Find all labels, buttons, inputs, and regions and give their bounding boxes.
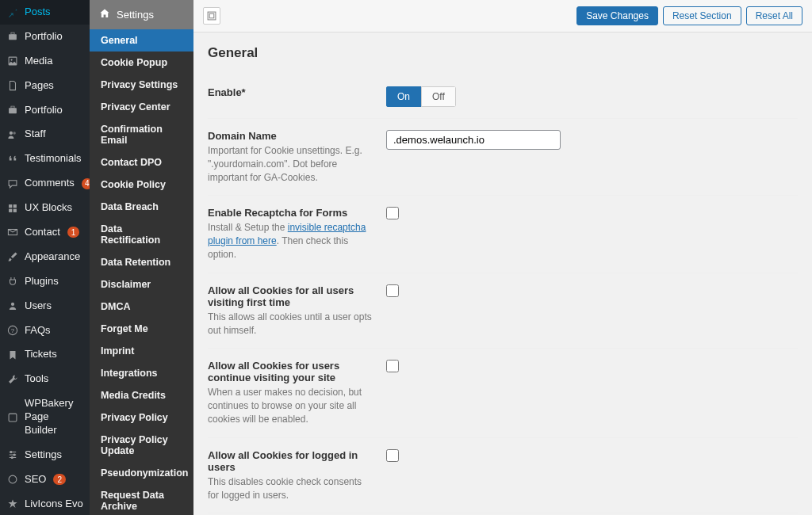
sidebar-item-label: Plugins xyxy=(25,275,59,288)
settings-item-contact-dpo[interactable]: Contact DPO xyxy=(90,151,193,174)
briefcase-icon xyxy=(6,30,19,43)
domain-input[interactable] xyxy=(386,130,561,150)
svg-rect-0 xyxy=(9,35,17,40)
field-desc: Important for Cookie unsettings. E.g. ".… xyxy=(208,145,362,183)
toggle-off[interactable]: Off xyxy=(421,86,456,107)
settings-item-privacy-settings[interactable]: Privacy Settings xyxy=(90,74,193,96)
star-icon xyxy=(6,498,19,510)
field-title: Allow all Cookies for all users visiting… xyxy=(208,284,373,308)
recaptcha-checkbox[interactable] xyxy=(386,207,399,219)
sidebar-item-label: Staff xyxy=(25,128,46,141)
svg-rect-1 xyxy=(11,32,14,34)
briefcase-icon xyxy=(6,104,19,116)
media-icon xyxy=(6,55,19,67)
home-icon xyxy=(99,8,110,21)
sidebar-item-plugins[interactable]: Plugins xyxy=(0,269,90,294)
sidebar-item-tickets[interactable]: Tickets xyxy=(0,342,90,367)
settings-item-dmca[interactable]: DMCA xyxy=(90,296,193,318)
sidebar-item-tools[interactable]: Tools xyxy=(0,367,90,391)
enable-toggle[interactable]: On Off xyxy=(386,86,456,107)
svg-point-6 xyxy=(10,132,13,135)
settings-item-disclaimer[interactable]: Disclaimer xyxy=(90,273,193,296)
sidebar-item-media[interactable]: Media xyxy=(0,49,90,74)
page-title: General xyxy=(208,45,798,61)
sidebar-item-label: Comments xyxy=(25,177,75,190)
svg-point-19 xyxy=(11,457,13,459)
field-desc: Install & Setup the invisible recaptcha … xyxy=(208,222,366,260)
sidebar-item-label: Testimonials xyxy=(25,152,82,166)
settings-item-confirmation-email[interactable]: Confirmation Email xyxy=(90,118,193,151)
field-title: Enable* xyxy=(208,86,373,98)
sidebar-item-label: Tools xyxy=(25,372,48,386)
pin-icon xyxy=(6,6,19,18)
reset-all-button[interactable]: Reset All xyxy=(746,6,802,25)
sidebar-item-posts[interactable]: Posts xyxy=(0,0,90,25)
settings-item-integrations[interactable]: Integrations xyxy=(90,362,193,384)
settings-item-media-credits[interactable]: Media Credits xyxy=(90,384,193,406)
seo-icon xyxy=(6,473,19,486)
sidebar-item-faqs[interactable]: ?FAQs xyxy=(0,319,90,343)
field-desc: This allows all cookies until a user opt… xyxy=(208,311,372,336)
sidebar-item-contact[interactable]: Contact1 xyxy=(0,220,90,245)
sidebar-item-ux-blocks[interactable]: UX Blocks xyxy=(0,196,90,220)
settings-item-request-data-archive[interactable]: Request Data Archive xyxy=(90,484,193,515)
allow-logged-checkbox[interactable] xyxy=(386,449,399,462)
svg-rect-24 xyxy=(209,13,214,18)
sidebar-item-portfolio[interactable]: Portfolio xyxy=(0,25,90,49)
field-allow-continue: Allow all Cookies for users continue vis… xyxy=(208,349,798,437)
svg-point-13 xyxy=(11,303,14,306)
svg-point-7 xyxy=(13,132,16,135)
svg-text:?: ? xyxy=(11,327,14,334)
reset-section-button[interactable]: Reset Section xyxy=(663,6,741,25)
settings-item-privacy-center[interactable]: Privacy Center xyxy=(90,96,193,118)
sidebar-item-staff[interactable]: Staff xyxy=(0,122,90,147)
settings-item-forget-me[interactable]: Forget Me xyxy=(90,318,193,340)
settings-item-cookie-popup[interactable]: Cookie Popup xyxy=(90,52,193,74)
plug-icon xyxy=(6,275,19,288)
sidebar-item-portfolio[interactable]: Portfolio xyxy=(0,98,90,123)
sidebar-item-label: Media xyxy=(25,55,52,68)
field-domain: Domain Name Important for Cookie unsetti… xyxy=(208,119,798,196)
sidebar-item-settings[interactable]: Settings xyxy=(0,443,90,467)
allow-first-checkbox[interactable] xyxy=(386,284,399,297)
settings-item-pseudonymization[interactable]: Pseudonymization xyxy=(90,462,193,484)
user-icon xyxy=(6,299,19,312)
topbar: Save Changes Reset Section Reset All xyxy=(193,0,812,32)
settings-item-general[interactable]: General xyxy=(90,29,193,52)
expand-button[interactable] xyxy=(203,7,220,25)
sidebar-item-pages[interactable]: Pages xyxy=(0,74,90,98)
sidebar-item-label: Settings xyxy=(25,448,62,462)
mail-icon xyxy=(6,226,19,238)
sidebar-item-label: Users xyxy=(25,299,52,313)
settings-item-data-breach[interactable]: Data Breach xyxy=(90,196,193,218)
field-title: Allow all Cookies for logged in users xyxy=(208,449,373,473)
sidebar-item-label: Tickets xyxy=(25,348,57,361)
sidebar-item-label: Contact xyxy=(25,226,60,239)
sidebar-item-comments[interactable]: Comments4 xyxy=(0,171,90,196)
save-changes-button[interactable]: Save Changes xyxy=(576,6,658,25)
field-allow-first: Allow all Cookies for all users visiting… xyxy=(208,273,798,349)
sidebar-item-users[interactable]: Users xyxy=(0,294,90,319)
field-recaptcha: Enable Recaptcha for Forms Install & Set… xyxy=(208,196,798,273)
sidebar-item-wpbakery-page-builder[interactable]: WPBakery Page Builder xyxy=(0,391,90,443)
svg-rect-4 xyxy=(9,108,17,113)
settings-item-privacy-policy[interactable]: Privacy Policy xyxy=(90,406,193,429)
svg-rect-5 xyxy=(11,106,14,108)
svg-rect-9 xyxy=(13,204,17,208)
sidebar-item-seo[interactable]: SEO2 xyxy=(0,467,90,492)
sidebar-item-appearance[interactable]: Appearance xyxy=(0,245,90,269)
svg-point-20 xyxy=(9,475,17,483)
allow-continue-checkbox[interactable] xyxy=(386,360,399,372)
settings-sidebar: Settings GeneralCookie PopupPrivacy Sett… xyxy=(90,0,193,515)
settings-item-imprint[interactable]: Imprint xyxy=(90,340,193,362)
settings-item-data-retention[interactable]: Data Retention xyxy=(90,251,193,273)
sidebar-item-livicons-evo[interactable]: LivIcons Evo xyxy=(0,492,90,515)
settings-item-data-rectification[interactable]: Data Rectification xyxy=(90,218,193,251)
sidebar-item-testimonials[interactable]: Testimonials xyxy=(0,147,90,171)
settings-item-privacy-policy-update[interactable]: Privacy Policy Update xyxy=(90,429,193,462)
badge: 2 xyxy=(53,474,66,485)
settings-item-cookie-policy[interactable]: Cookie Policy xyxy=(90,174,193,196)
bookmark-icon xyxy=(6,349,19,361)
svg-rect-10 xyxy=(9,208,12,212)
toggle-on[interactable]: On xyxy=(386,86,421,107)
